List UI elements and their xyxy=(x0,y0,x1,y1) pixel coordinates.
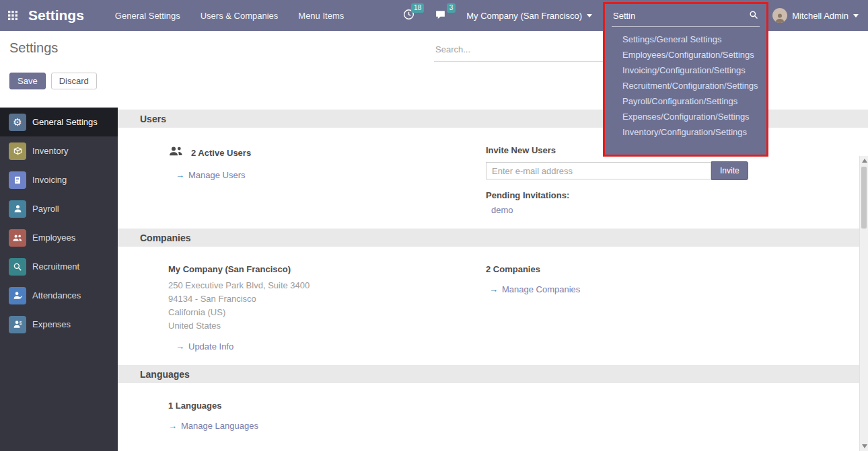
expense-icon: $ xyxy=(9,316,26,333)
sidebar-item-employees[interactable]: Employees xyxy=(0,223,118,252)
user-name: Mitchell Admin xyxy=(792,11,848,21)
arrow-right-icon: → xyxy=(489,284,498,294)
avatar xyxy=(772,8,787,23)
nav-item-menu-items[interactable]: Menu Items xyxy=(298,11,344,21)
top-menu: General Settings Users & Companies Menu … xyxy=(115,11,344,21)
apps-menu-icon[interactable] xyxy=(8,11,17,20)
section-header-companies: Companies xyxy=(118,229,868,247)
nav-item-users-companies[interactable]: Users & Companies xyxy=(201,11,279,21)
sidebar-item-invoicing[interactable]: Invoicing xyxy=(0,165,118,194)
update-info-link[interactable]: Update Info xyxy=(188,341,233,352)
scroll-up-arrow[interactable] xyxy=(862,159,867,163)
search-result-item[interactable]: Recruitment/Configuration/Settings xyxy=(605,78,766,93)
section-header-languages: Languages xyxy=(118,365,868,383)
search-results: Settings/General Settings Employees/Conf… xyxy=(605,32,766,140)
search-result-item[interactable]: Employees/Configuration/Settings xyxy=(605,47,766,63)
save-button[interactable]: Save xyxy=(9,73,46,89)
scrollbar-thumb[interactable] xyxy=(861,167,867,229)
activity-badge: 18 xyxy=(411,3,424,13)
invoice-icon xyxy=(9,171,26,189)
pending-invitations-label: Pending Invitations: xyxy=(486,190,855,200)
discard-button[interactable]: Discard xyxy=(51,73,97,89)
company-name: My Company (San Francisco) xyxy=(466,11,582,21)
sidebar-item-label: General Settings xyxy=(32,117,98,127)
manage-companies-link[interactable]: Manage Companies xyxy=(502,284,580,294)
sidebar-item-recruitment[interactable]: Recruitment xyxy=(0,252,118,281)
company-address-line: 94134 - San Francisco xyxy=(168,292,486,306)
sidebar-item-payroll[interactable]: Payroll xyxy=(0,194,118,223)
nav-item-general-settings[interactable]: General Settings xyxy=(115,11,180,21)
sidebar-item-label: Attendances xyxy=(32,290,81,300)
manage-users-link[interactable]: Manage Users xyxy=(188,170,246,180)
search-result-item[interactable]: Invoicing/Configuration/Settings xyxy=(605,63,766,78)
sidebar-item-expenses[interactable]: $ Expenses xyxy=(0,310,118,339)
active-users-count: 2 Active Users xyxy=(191,148,251,158)
company-name: My Company (San Francisco) xyxy=(168,264,486,274)
search-icon xyxy=(749,10,758,22)
menu-search-query: Settin xyxy=(613,11,635,21)
svg-text:$: $ xyxy=(19,321,22,325)
sidebar-item-label: Employees xyxy=(32,233,75,243)
chevron-down-icon xyxy=(853,14,859,17)
scroll-down-arrow[interactable] xyxy=(862,444,867,448)
chevron-down-icon xyxy=(587,14,592,17)
company-address-line: United States xyxy=(168,319,486,333)
pending-user-demo-link[interactable]: demo xyxy=(491,205,513,215)
sidebar-item-label: Expenses xyxy=(32,319,71,329)
menu-search-dropdown: Settin Settings/General Settings Employe… xyxy=(603,2,768,157)
app-title[interactable]: Settings xyxy=(28,7,84,24)
sidebar-item-label: Payroll xyxy=(32,204,59,214)
messages-button[interactable]: 3 xyxy=(435,9,446,23)
settings-main: Users 2 Active Users →Manage Users Invit… xyxy=(118,108,868,451)
arrow-right-icon: → xyxy=(168,421,177,431)
arrow-right-icon: → xyxy=(176,170,184,180)
sidebar-item-label: Inventory xyxy=(32,146,68,156)
vertical-scrollbar[interactable] xyxy=(859,156,868,451)
activities-button[interactable]: 18 xyxy=(403,9,414,23)
company-switcher[interactable]: My Company (San Francisco) xyxy=(466,11,592,21)
box-icon xyxy=(9,142,26,160)
search-result-item[interactable]: Payroll/Configuration/Settings xyxy=(605,93,766,109)
invite-button[interactable]: Invite xyxy=(711,161,748,180)
user-menu[interactable]: Mitchell Admin xyxy=(772,8,859,23)
arrow-right-icon: → xyxy=(176,341,184,352)
chat-icon xyxy=(435,9,446,23)
magnifier-icon xyxy=(9,258,26,276)
settings-sidebar: ⚙ General Settings Inventory Invoicing P… xyxy=(0,108,118,451)
languages-count: 1 Languages xyxy=(168,401,486,411)
attendance-icon xyxy=(9,287,26,304)
section-languages: 1 Languages →Manage Languages xyxy=(118,383,868,444)
people-icon xyxy=(9,229,26,247)
sidebar-item-label: Recruitment xyxy=(32,261,79,272)
sidebar-item-attendances[interactable]: Attendances xyxy=(0,281,118,310)
search-result-item[interactable]: Settings/General Settings xyxy=(605,32,766,47)
menu-search-input[interactable]: Settin xyxy=(612,7,760,27)
company-address-line: 250 Executive Park Blvd, Suite 3400 xyxy=(168,279,486,292)
sidebar-item-inventory[interactable]: Inventory xyxy=(0,136,118,165)
payroll-icon xyxy=(9,200,26,218)
companies-count: 2 Companies xyxy=(486,264,855,274)
content: ⚙ General Settings Inventory Invoicing P… xyxy=(0,108,868,451)
users-group-icon xyxy=(168,145,183,160)
sidebar-item-label: Invoicing xyxy=(32,175,67,185)
gear-icon: ⚙ xyxy=(9,114,26,131)
message-badge: 3 xyxy=(447,3,456,13)
invite-email-input[interactable] xyxy=(486,162,711,179)
company-address-line: California (US) xyxy=(168,306,486,319)
search-result-item[interactable]: Expenses/Configuration/Settings xyxy=(605,109,766,124)
sidebar-item-general-settings[interactable]: ⚙ General Settings xyxy=(0,108,118,136)
breadcrumb: Settings xyxy=(9,40,58,56)
search-result-item[interactable]: Inventory/Configuration/Settings xyxy=(605,124,766,140)
manage-languages-link[interactable]: Manage Languages xyxy=(181,421,258,431)
section-companies: My Company (San Francisco) 250 Executive… xyxy=(118,247,868,365)
